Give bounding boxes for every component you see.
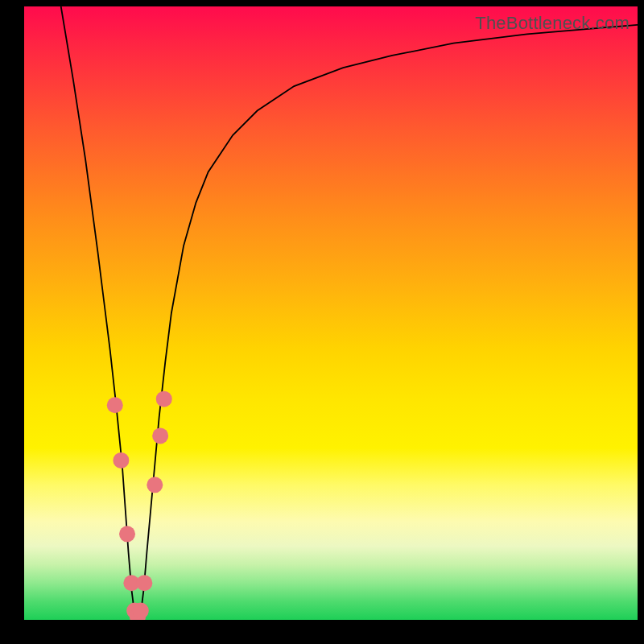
chart-frame: TheBottleneck.com <box>0 0 644 644</box>
data-marker <box>133 603 149 619</box>
bottleneck-curve <box>61 6 638 620</box>
watermark-text: TheBottleneck.com <box>475 13 630 34</box>
data-marker <box>156 391 172 407</box>
chart-svg <box>24 6 638 620</box>
data-marker <box>147 477 163 493</box>
marker-group <box>107 391 172 620</box>
data-marker <box>152 427 168 444</box>
data-marker <box>119 526 135 542</box>
data-marker <box>136 575 152 591</box>
plot-area: TheBottleneck.com <box>24 6 638 620</box>
data-marker <box>113 452 129 469</box>
data-marker <box>107 397 123 413</box>
